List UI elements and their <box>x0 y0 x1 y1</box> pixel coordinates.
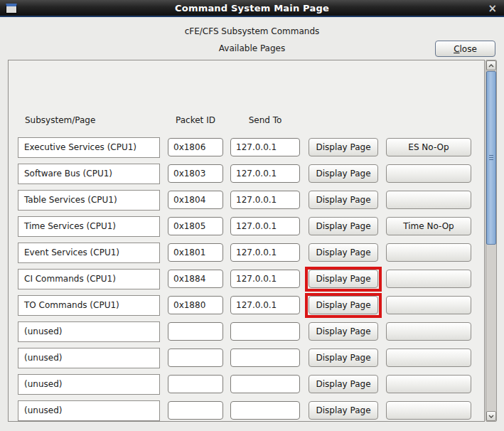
packet-id-input[interactable] <box>168 164 223 183</box>
packet-id-input[interactable] <box>168 348 223 367</box>
noop-button[interactable] <box>386 243 471 262</box>
noop-button[interactable] <box>386 191 471 209</box>
send-to-input[interactable] <box>230 164 300 183</box>
send-to-input[interactable] <box>230 322 300 341</box>
column-header-subsystem: Subsystem/Page <box>25 115 95 125</box>
table-row: Time Services (CPU1) Display Page Time N… <box>9 216 484 237</box>
titlebar: Command System Main Page × <box>0 0 504 17</box>
subsystem-field: (unused) <box>18 400 160 421</box>
subsystem-field: Executive Services (CPU1) <box>18 137 160 158</box>
noop-button[interactable]: Time No-Op <box>386 217 471 235</box>
subsystem-field: (unused) <box>18 374 160 395</box>
display-page-button[interactable]: Display Page <box>309 243 378 262</box>
table-row: TO Commands (CPU1) Display Page <box>9 295 484 316</box>
noop-button[interactable] <box>386 348 471 367</box>
packet-id-input[interactable] <box>168 296 223 314</box>
noop-button[interactable] <box>386 375 471 393</box>
display-page-button[interactable]: Display Page <box>309 138 378 156</box>
table-row: (unused) Display Page <box>9 348 484 368</box>
display-page-button[interactable]: Display Page <box>309 375 378 393</box>
section-title: Available Pages <box>0 43 504 53</box>
send-to-input[interactable] <box>230 191 300 209</box>
subsystem-field: Software Bus (CPU1) <box>18 164 160 184</box>
packet-id-input[interactable] <box>168 243 223 262</box>
subsystem-field: TO Commands (CPU1) <box>18 295 160 316</box>
scroll-down-button[interactable] <box>486 411 496 421</box>
table-row: Table Services (CPU1) Display Page <box>9 190 484 211</box>
window-title: Command System Main Page <box>0 3 504 14</box>
table-row: (unused) Display Page <box>9 374 484 395</box>
send-to-input[interactable] <box>230 270 300 288</box>
pages-panel: Subsystem/Page Packet ID Send To Executi… <box>8 60 485 422</box>
close-button[interactable]: Close <box>435 41 495 57</box>
packet-id-input[interactable] <box>168 138 223 156</box>
send-to-input[interactable] <box>230 401 300 420</box>
subsystem-field: Time Services (CPU1) <box>18 216 160 237</box>
display-page-button[interactable]: Display Page <box>309 270 378 288</box>
packet-id-input[interactable] <box>168 375 223 393</box>
subsystem-field: (unused) <box>18 348 160 368</box>
send-to-input[interactable] <box>230 348 300 367</box>
window-close-icon[interactable]: × <box>488 2 497 15</box>
noop-button[interactable] <box>386 164 471 183</box>
vertical-scrollbar[interactable] <box>486 60 497 422</box>
column-header-packet-id: Packet ID <box>168 115 223 125</box>
noop-button[interactable] <box>386 296 471 314</box>
packet-id-input[interactable] <box>168 322 223 341</box>
packet-id-input[interactable] <box>168 191 223 209</box>
subsystem-field: Table Services (CPU1) <box>18 190 160 211</box>
column-header-send-to: Send To <box>230 115 300 125</box>
display-page-button[interactable]: Display Page <box>309 191 378 209</box>
display-page-button[interactable]: Display Page <box>309 217 378 235</box>
send-to-input[interactable] <box>230 217 300 235</box>
display-page-button[interactable]: Display Page <box>309 322 378 341</box>
display-page-button[interactable]: Display Page <box>309 296 378 314</box>
close-button-label: Close <box>454 44 477 54</box>
chevron-down-icon <box>488 415 494 418</box>
page-subtitle: cFE/CFS Subsystem Commands <box>0 26 504 36</box>
scrollbar-thumb[interactable] <box>486 71 496 245</box>
subsystem-field: (unused) <box>18 321 160 342</box>
send-to-input[interactable] <box>230 138 300 156</box>
send-to-input[interactable] <box>230 375 300 393</box>
table-row: Software Bus (CPU1) Display Page <box>9 164 484 184</box>
scroll-up-button[interactable] <box>486 60 496 70</box>
noop-button[interactable] <box>386 322 471 341</box>
display-page-button[interactable]: Display Page <box>309 164 378 183</box>
display-page-button[interactable]: Display Page <box>309 348 378 367</box>
chevron-up-icon <box>488 64 494 68</box>
subsystem-field: Event Services (CPU1) <box>18 243 160 263</box>
table-row: Event Services (CPU1) Display Page <box>9 243 484 263</box>
table-row: CI Commands (CPU1) Display Page <box>9 269 484 289</box>
noop-button[interactable] <box>386 270 471 288</box>
noop-button[interactable] <box>386 401 471 420</box>
table-row: Executive Services (CPU1) Display Page E… <box>9 137 484 158</box>
scrollbar-grip-icon <box>489 155 493 160</box>
noop-button[interactable]: ES No-Op <box>386 138 471 156</box>
packet-id-input[interactable] <box>168 217 223 235</box>
table-row: (unused) Display Page <box>9 321 484 342</box>
packet-id-input[interactable] <box>168 270 223 288</box>
send-to-input[interactable] <box>230 296 300 314</box>
subsystem-field: CI Commands (CPU1) <box>18 269 160 289</box>
send-to-input[interactable] <box>230 243 300 262</box>
table-row: (unused) Display Page <box>9 400 484 421</box>
display-page-button[interactable]: Display Page <box>309 401 378 420</box>
packet-id-input[interactable] <box>168 401 223 420</box>
